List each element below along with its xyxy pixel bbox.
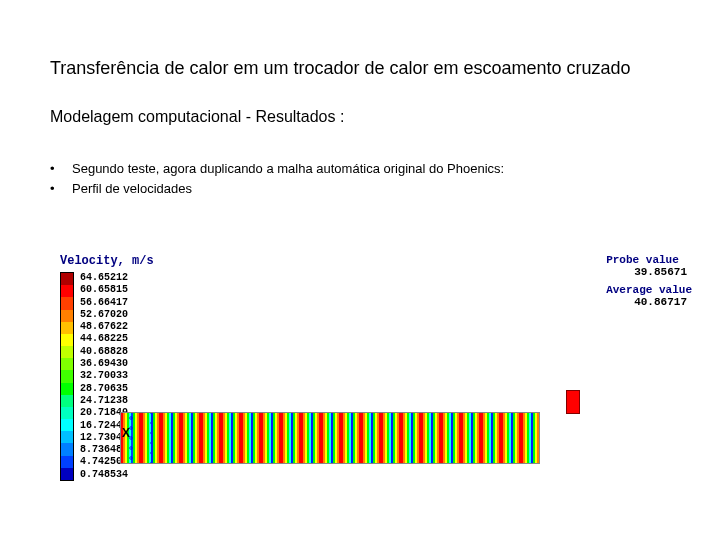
legend-tick: 64.65212: [80, 272, 128, 284]
average-value: 40.86717: [634, 296, 692, 308]
legend-tick: 36.69430: [80, 358, 128, 370]
legend-title: Velocity, m/s: [60, 254, 154, 268]
legend-tick: 60.65815: [80, 284, 128, 296]
probe-value: 39.85671: [634, 266, 692, 278]
list-item: • Segundo teste, agora duplicando a malh…: [50, 160, 504, 178]
list-item-text: Perfil de velocidades: [72, 180, 192, 198]
page-subtitle: Modelagem computacional - Resultados :: [50, 108, 344, 126]
legend-tick: 44.68225: [80, 333, 128, 345]
average-label: Average value: [606, 284, 692, 296]
axis-x-label: X: [122, 426, 130, 440]
probe-label: Probe value: [606, 254, 692, 266]
colorbar: [60, 272, 74, 481]
legend-tick: 40.68828: [80, 346, 128, 358]
probe-panel: Probe value 39.85671 Average value 40.86…: [606, 254, 692, 314]
legend-tick: 24.71238: [80, 395, 128, 407]
list-item: • Perfil de velocidades: [50, 180, 504, 198]
probe-marker-icon: [566, 390, 580, 414]
bullet-list: • Segundo teste, agora duplicando a malh…: [50, 160, 504, 199]
bullet-icon: •: [50, 160, 72, 178]
legend-tick: 52.67020: [80, 309, 128, 321]
legend-tick: 0.748534: [80, 469, 128, 481]
velocity-contour-plot: [120, 412, 540, 464]
legend-tick: 28.70635: [80, 383, 128, 395]
legend-tick: 32.70033: [80, 370, 128, 382]
legend-tick: 48.67622: [80, 321, 128, 333]
legend-tick: 56.66417: [80, 297, 128, 309]
list-item-text: Segundo teste, agora duplicando a malha …: [72, 160, 504, 178]
bullet-icon: •: [50, 180, 72, 198]
page-title: Transferência de calor em um trocador de…: [50, 58, 631, 79]
